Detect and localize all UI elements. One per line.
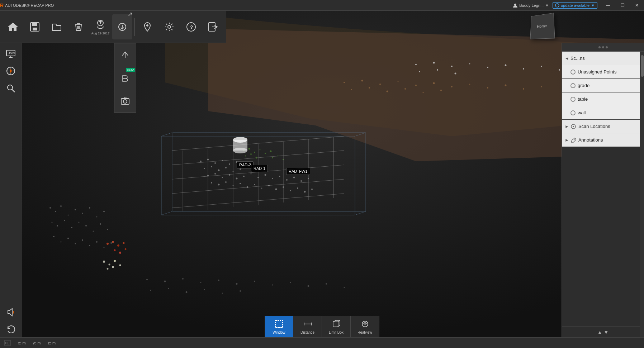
beta-badge: BETA xyxy=(126,68,135,72)
svg-point-151 xyxy=(455,73,456,75)
limit-box-button[interactable]: Limit Box xyxy=(322,316,351,337)
tree-item-table[interactable]: table xyxy=(562,92,644,106)
svg-point-156 xyxy=(218,280,219,281)
svg-point-90 xyxy=(214,173,216,175)
svg-point-30 xyxy=(82,213,83,214)
svg-point-84 xyxy=(211,166,212,167)
svg-point-124 xyxy=(433,82,435,84)
svg-point-57 xyxy=(119,252,121,254)
realview-button[interactable]: Realview xyxy=(351,316,379,337)
panel-scrollbar-thumb[interactable] xyxy=(641,55,644,77)
delete-button[interactable] xyxy=(68,14,89,39)
search-button[interactable] xyxy=(3,80,19,96)
panel-scrollbar[interactable] xyxy=(640,52,644,337)
svg-point-49 xyxy=(96,241,98,243)
svg-line-173 xyxy=(172,179,344,194)
svg-point-144 xyxy=(541,66,542,67)
tree-item-scans[interactable]: ◄ Sc...ns xyxy=(562,52,644,65)
svg-point-141 xyxy=(487,67,488,68)
svg-point-81 xyxy=(229,163,230,165)
svg-point-113 xyxy=(275,189,277,190)
svg-point-143 xyxy=(523,68,524,70)
main-toolbar: Aug 29 2017 ↗ ? xyxy=(0,11,226,43)
maximize-button[interactable]: ❐ xyxy=(615,0,630,11)
tree-item-grade[interactable]: grade xyxy=(562,79,644,92)
panel-header xyxy=(562,43,644,52)
status-bar: x: m y: m z: m xyxy=(0,337,644,348)
svg-point-60 xyxy=(109,264,110,266)
svg-point-201 xyxy=(364,323,366,325)
svg-point-168 xyxy=(222,293,223,294)
cube-face[interactable]: Home xyxy=(530,13,555,39)
realview-label: Realview xyxy=(357,330,372,334)
svg-point-87 xyxy=(233,171,234,172)
tree-item-annotations[interactable]: ► Annotations xyxy=(562,133,644,147)
svg-point-11 xyxy=(146,24,148,27)
scan-locations-label: Scan Locations xyxy=(578,124,641,129)
svg-point-44 xyxy=(61,242,62,243)
user-button[interactable]: Buddy Legn... ▼ xyxy=(513,3,549,8)
scan-locations-icon xyxy=(570,124,576,129)
svg-point-145 xyxy=(559,69,560,71)
svg-point-192 xyxy=(573,126,574,127)
svg-point-43 xyxy=(53,236,55,237)
download-button[interactable]: ↗ xyxy=(112,14,133,39)
pin-button[interactable] xyxy=(137,14,157,39)
scan-locations-arrow: ► xyxy=(565,124,569,129)
distance-button[interactable]: Distance xyxy=(293,316,322,337)
dd-item-beta[interactable]: BETA xyxy=(114,66,136,89)
svg-point-139 xyxy=(451,66,453,67)
svg-point-82 xyxy=(236,161,238,163)
update-button[interactable]: i update available ▼ xyxy=(553,2,597,9)
help-button[interactable]: ? xyxy=(181,14,201,39)
status-y: y: m xyxy=(33,341,41,345)
user-name: Buddy Legn... xyxy=(519,3,544,8)
svg-point-12 xyxy=(168,25,171,28)
table-label: table xyxy=(578,96,641,102)
open-button[interactable] xyxy=(47,14,67,39)
svg-point-106 xyxy=(225,181,227,183)
svg-point-74 xyxy=(272,157,273,158)
exit-button[interactable] xyxy=(203,14,223,39)
navigation-cube[interactable]: Home xyxy=(529,14,554,39)
minimize-button[interactable]: — xyxy=(601,0,615,11)
dd-item-up[interactable] xyxy=(114,43,136,66)
svg-point-79 xyxy=(214,162,216,164)
compass-button[interactable] xyxy=(3,63,19,79)
dd-item-camera[interactable] xyxy=(114,89,136,112)
svg-point-135 xyxy=(423,92,424,93)
tree-item-scan-locations[interactable]: ► Scan Locations xyxy=(562,120,644,133)
svg-rect-182 xyxy=(161,136,355,215)
annotations-label: Annotations xyxy=(578,137,641,143)
svg-point-96 xyxy=(257,177,259,178)
upload-button[interactable]: Aug 29 2017 xyxy=(90,14,111,39)
scan-label-fw1: RAD FW1 xyxy=(286,168,310,175)
tree-item-wall[interactable]: wall xyxy=(562,106,644,120)
panel-scroll[interactable]: ◄ Sc...ns Unassigned Points grade table … xyxy=(562,52,644,326)
tree-item-unassigned[interactable]: Unassigned Points xyxy=(562,65,644,79)
svg-point-78 xyxy=(207,159,209,161)
svg-point-133 xyxy=(387,91,388,92)
svg-point-61 xyxy=(114,260,116,262)
svg-point-77 xyxy=(200,161,202,162)
settings-button[interactable] xyxy=(159,14,179,39)
svg-point-103 xyxy=(308,178,309,179)
scans-label: Sc...ns xyxy=(570,56,641,61)
display-button[interactable]: 40030 xyxy=(3,46,19,62)
svg-point-169 xyxy=(240,290,241,292)
svg-point-17 xyxy=(123,100,127,103)
svg-point-73 xyxy=(256,157,257,159)
home-button[interactable] xyxy=(3,14,23,39)
window-label: Window xyxy=(273,330,285,334)
svg-point-162 xyxy=(326,283,327,285)
scan-label-rad2: RAD-2 xyxy=(237,161,254,168)
window-button[interactable]: Window xyxy=(265,316,293,337)
limit-box-label: Limit Box xyxy=(329,330,344,334)
save-button[interactable] xyxy=(25,14,45,39)
close-button[interactable]: ✕ xyxy=(630,0,644,11)
panel-dot-2 xyxy=(602,46,604,48)
annotations-icon xyxy=(570,137,576,143)
unassigned-label: Unassigned Points xyxy=(578,69,641,75)
svg-rect-187 xyxy=(172,133,366,211)
svg-point-163 xyxy=(344,287,345,288)
